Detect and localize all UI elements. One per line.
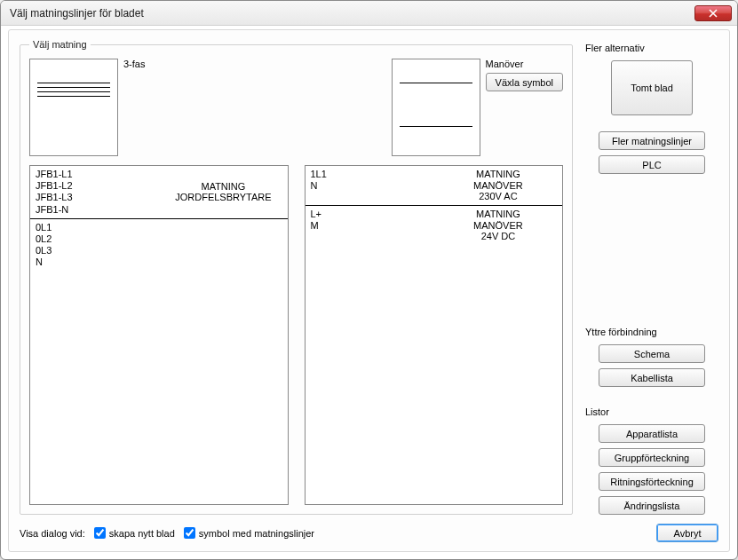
list-item[interactable]: JFB1-L1JFB1-L2JFB1-L3JFB1-NMATNINGJORDFE… bbox=[30, 166, 288, 219]
lists-row: JFB1-L1JFB1-L2JFB1-L3JFB1-NMATNINGJORDFE… bbox=[29, 165, 563, 505]
avbryt-button[interactable]: Avbryt bbox=[656, 524, 718, 542]
andringslista-button[interactable]: Ändringslista bbox=[599, 496, 705, 515]
chk-symbol-matningslinjer[interactable]: symbol med matningslinjer bbox=[184, 527, 314, 539]
list-item[interactable]: 1L1NMATNINGMANÖVER230V AC bbox=[306, 166, 563, 206]
list-item-desc bbox=[164, 222, 282, 269]
window-title: Välj matningslinjer för bladet bbox=[10, 7, 694, 20]
right-column: Fler alternativ Tomt blad Fler matningsl… bbox=[585, 39, 718, 515]
preview-manover-label: Manöver bbox=[486, 59, 524, 69]
main-grid: Välj matning 3-fas bbox=[20, 39, 718, 515]
list-item[interactable]: L+MMATNINGMANÖVER24V DC bbox=[306, 206, 563, 245]
vaxla-symbol-button[interactable]: Växla symbol bbox=[486, 73, 563, 91]
list-item-desc-line: 24V DC bbox=[481, 231, 516, 242]
list-item-desc: MATNINGMANÖVER230V AC bbox=[440, 169, 557, 202]
list-item-lines: L+M bbox=[311, 209, 440, 242]
preview-3fas-block: 3-fas bbox=[29, 59, 145, 156]
list-item-desc-line: JORDFELSBRYTARE bbox=[175, 192, 271, 203]
list-item-desc-line: MATNING bbox=[476, 169, 520, 180]
preview-line bbox=[400, 126, 472, 127]
list-item-lines: JFB1-L1JFB1-L2JFB1-L3JFB1-N bbox=[36, 169, 164, 216]
gruppforteckning-button[interactable]: Gruppförteckning bbox=[599, 448, 705, 467]
preview-manover-block: Manöver Växla symbol bbox=[392, 59, 563, 156]
list-item-line: L+ bbox=[311, 209, 440, 220]
list-item-line: N bbox=[36, 256, 164, 268]
list-item-line: JFB1-L1 bbox=[36, 169, 164, 180]
yttre-forbindning-buttons: Schema Kabellista bbox=[585, 344, 718, 387]
preview-line bbox=[37, 96, 110, 97]
list-item-line: 1L1 bbox=[311, 169, 440, 180]
list-item-line: 0L1 bbox=[36, 222, 164, 233]
list-item[interactable]: 0L10L20L3N bbox=[30, 219, 288, 272]
list-item-lines: 1L1N bbox=[311, 169, 440, 202]
preview-line bbox=[37, 87, 110, 88]
close-icon bbox=[709, 9, 718, 18]
list-item-desc-line: 230V AC bbox=[479, 191, 517, 202]
chk-symbol-matningslinjer-input[interactable] bbox=[184, 527, 195, 539]
fler-alternativ-header: Fler alternativ bbox=[585, 43, 718, 53]
bottom-row: Visa dialog vid: skapa nytt blad symbol … bbox=[20, 515, 718, 542]
close-button[interactable] bbox=[694, 5, 732, 21]
previews-row: 3-fas Manöver Växla symbol bbox=[29, 59, 563, 156]
preview-line bbox=[37, 83, 110, 83]
plc-button[interactable]: PLC bbox=[599, 155, 705, 174]
ritningsforteckning-button[interactable]: Ritningsförteckning bbox=[599, 472, 705, 491]
right-list[interactable]: 1L1NMATNINGMANÖVER230V ACL+MMATNINGMANÖV… bbox=[305, 165, 564, 505]
yttre-forbindning-header: Yttre förbindning bbox=[585, 327, 718, 337]
list-item-line: N bbox=[311, 180, 440, 192]
list-item-line: 0L3 bbox=[36, 245, 164, 256]
chk-skapa-nytt-blad[interactable]: skapa nytt blad bbox=[94, 527, 175, 539]
preview-3fas[interactable] bbox=[29, 59, 118, 156]
list-item-line: JFB1-L3 bbox=[36, 192, 164, 203]
valj-matning-group: Välj matning 3-fas bbox=[20, 39, 573, 515]
listor-buttons: Apparatlista Gruppförteckning Ritningsfö… bbox=[585, 424, 718, 515]
valj-matning-legend: Välj matning bbox=[29, 39, 91, 50]
preview-manover[interactable] bbox=[392, 59, 480, 156]
preview-3fas-label: 3-fas bbox=[123, 59, 145, 69]
list-item-desc: MATNINGJORDFELSBRYTARE bbox=[164, 169, 282, 216]
list-item-desc-line: MANÖVER bbox=[473, 220, 523, 232]
fler-matningslinjer-button[interactable]: Fler matningslinjer bbox=[599, 131, 705, 150]
tomt-blad-button[interactable]: Tomt blad bbox=[611, 60, 693, 115]
list-item-desc-line: MATNING bbox=[201, 181, 245, 193]
list-item-line: JFB1-L2 bbox=[36, 180, 164, 192]
preview-manover-labels: Manöver Växla symbol bbox=[486, 59, 563, 91]
list-item-line: JFB1-N bbox=[36, 204, 164, 216]
dialog-window: Välj matningslinjer för bladet Välj matn… bbox=[0, 0, 738, 560]
kabellista-button[interactable]: Kabellista bbox=[599, 368, 705, 387]
chk-symbol-matningslinjer-label: symbol med matningslinjer bbox=[199, 528, 314, 539]
dialog-body: Välj matning 3-fas bbox=[8, 29, 730, 552]
preview-line bbox=[37, 91, 110, 92]
left-list[interactable]: JFB1-L1JFB1-L2JFB1-L3JFB1-NMATNINGJORDFE… bbox=[29, 165, 289, 505]
list-item-line: M bbox=[311, 220, 440, 232]
list-item-line: 0L2 bbox=[36, 233, 164, 245]
visa-dialog-label: Visa dialog vid: bbox=[20, 528, 85, 539]
list-item-desc: MATNINGMANÖVER24V DC bbox=[440, 209, 557, 242]
titlebar: Välj matningslinjer för bladet bbox=[1, 1, 737, 26]
list-item-lines: 0L10L20L3N bbox=[36, 222, 164, 269]
fler-alternativ-buttons: Tomt blad Fler matningslinjer PLC bbox=[585, 60, 718, 174]
listor-header: Listor bbox=[585, 406, 718, 417]
apparatlista-button[interactable]: Apparatlista bbox=[599, 424, 705, 443]
chk-skapa-nytt-blad-input[interactable] bbox=[94, 527, 106, 539]
list-item-desc-line: MANÖVER bbox=[473, 180, 523, 192]
list-item-desc-line: MATNING bbox=[476, 209, 520, 220]
schema-button[interactable]: Schema bbox=[599, 344, 705, 363]
chk-skapa-nytt-blad-label: skapa nytt blad bbox=[109, 528, 175, 539]
